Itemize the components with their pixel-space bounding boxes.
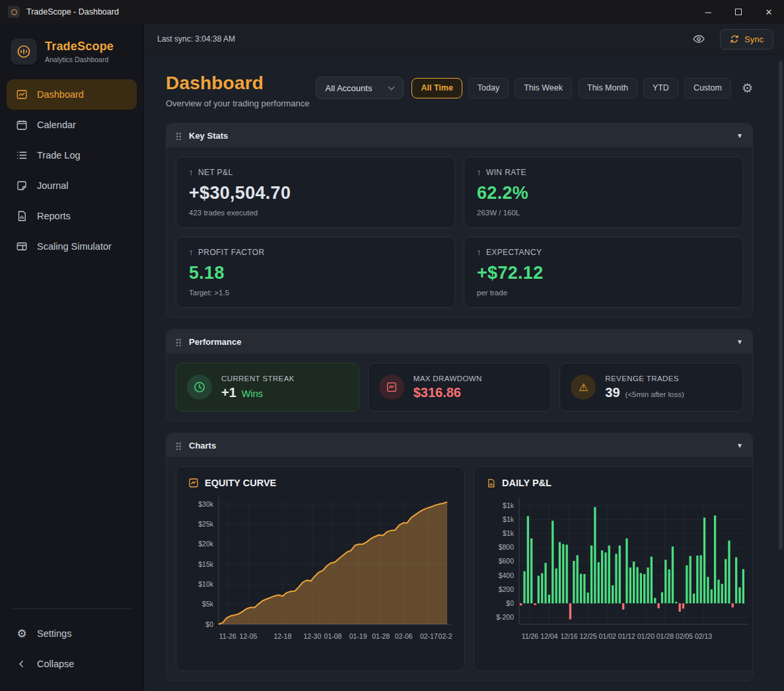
stat-label: WIN RATE xyxy=(486,168,526,177)
stat-card-profit-factor: ↑PROFIT FACTOR 5.18 Target: >1.5 xyxy=(176,236,455,308)
panel-icon xyxy=(16,240,28,252)
maximize-button[interactable] xyxy=(723,0,754,24)
sidebar-nav: Dashboard Calendar Trade Log Journal Rep… xyxy=(0,79,143,262)
account-filter-select[interactable]: All Accounts xyxy=(316,77,404,99)
clock-icon xyxy=(187,375,212,400)
perf-value: 39 xyxy=(605,385,620,400)
equity-curve-chart: $0$5k$10k$15k$20k$25k$30k11-2612-0512-18… xyxy=(188,492,452,656)
svg-text:$400: $400 xyxy=(499,571,515,579)
perf-label: REVENGE TRADES xyxy=(605,375,684,382)
last-sync-label: Last sync: 3:04:38 AM xyxy=(157,34,235,44)
account-filter-value: All Accounts xyxy=(326,83,373,93)
sidebar-item-journal[interactable]: Journal xyxy=(7,170,137,201)
sidebar-item-settings[interactable]: ⚙ Settings xyxy=(7,618,137,649)
section-title: Key Stats xyxy=(189,131,228,141)
stat-sub: 423 trades executed xyxy=(189,209,442,217)
app-logo-icon xyxy=(11,38,37,65)
perf-card-current-streak: CURRENT STREAK +1 Wins xyxy=(176,363,359,412)
line-chart-icon xyxy=(188,478,199,488)
perf-value: $316.86 xyxy=(413,385,461,400)
perf-label: CURRENT STREAK xyxy=(221,375,295,382)
window-title: TradeScope - Dashboard xyxy=(26,7,119,17)
app-titlebar-icon xyxy=(8,6,20,18)
svg-text:12/16: 12/16 xyxy=(560,632,577,640)
arrow-up-icon: ↑ xyxy=(189,167,194,177)
sidebar-collapse-button[interactable]: Collapse xyxy=(7,649,137,679)
sync-button[interactable]: Sync xyxy=(720,29,773,50)
close-button[interactable]: ✕ xyxy=(754,0,784,24)
sidebar-item-label: Journal xyxy=(37,180,69,191)
svg-text:01/28: 01/28 xyxy=(657,632,674,640)
section-header-key-stats[interactable]: Key Stats ▼ xyxy=(166,124,752,147)
svg-text:02-17: 02-17 xyxy=(420,632,438,640)
chevron-left-icon xyxy=(16,658,28,670)
daily-pnl-chart: $-200$0$200$400$600$800$1k$1k$1k11/2612/… xyxy=(486,492,750,656)
chevron-down-icon[interactable]: ▼ xyxy=(736,132,743,139)
sidebar-item-dashboard[interactable]: Dashboard xyxy=(7,79,137,110)
sidebar-item-trade-log[interactable]: Trade Log xyxy=(7,140,137,170)
svg-text:$200: $200 xyxy=(499,585,515,593)
chevron-down-icon xyxy=(388,83,395,90)
scrollbar[interactable] xyxy=(779,61,783,550)
stat-value: +$30,504.70 xyxy=(189,183,442,203)
time-filter-all-time[interactable]: All Time xyxy=(411,78,462,98)
svg-text:01/12: 01/12 xyxy=(618,632,635,640)
svg-text:01-28: 01-28 xyxy=(372,632,390,640)
stat-sub: per trade xyxy=(477,289,730,297)
gear-icon: ⚙ xyxy=(16,628,28,639)
chart-title: EQUITY CURVE xyxy=(205,478,276,488)
section-header-charts[interactable]: Charts ▼ xyxy=(166,433,752,457)
section-charts: Charts ▼ EQUITY CURVE $0$5k$10k$15k$20k$… xyxy=(166,433,753,681)
page-title: Dashboard xyxy=(166,73,309,94)
time-filter-this-month[interactable]: This Month xyxy=(578,78,637,98)
sidebar-item-scaling-simulator[interactable]: Scaling Simulator xyxy=(7,231,137,262)
svg-text:02-06: 02-06 xyxy=(395,632,413,640)
svg-text:$25k: $25k xyxy=(198,520,214,528)
journal-icon xyxy=(16,180,28,192)
section-header-performance[interactable]: Performance ▼ xyxy=(166,330,752,353)
section-title: Performance xyxy=(189,337,241,347)
perf-suffix: (<5min after loss) xyxy=(625,390,684,398)
minimize-button[interactable]: ─ xyxy=(693,0,723,24)
dashboard-settings-gear-icon[interactable]: ⚙ xyxy=(742,81,753,96)
brand-name: TradeScope xyxy=(45,40,114,54)
dashboard-content: Dashboard Overview of your trading perfo… xyxy=(144,55,784,691)
time-filter-this-week[interactable]: This Week xyxy=(515,78,572,98)
sidebar-item-calendar[interactable]: Calendar xyxy=(7,110,137,140)
time-filter-today[interactable]: Today xyxy=(468,78,509,98)
drag-handle-icon[interactable] xyxy=(176,338,182,346)
stat-card-net-pnl: ↑NET P&L +$30,504.70 423 trades executed xyxy=(176,157,455,228)
svg-text:$1k: $1k xyxy=(503,501,515,509)
sidebar-item-label: Scaling Simulator xyxy=(37,241,112,252)
drawdown-chart-icon xyxy=(379,375,404,400)
calendar-icon xyxy=(16,119,28,131)
svg-text:$800: $800 xyxy=(499,543,515,551)
drag-handle-icon[interactable] xyxy=(176,131,182,140)
svg-text:$5k: $5k xyxy=(202,600,214,608)
svg-text:$0: $0 xyxy=(205,620,213,628)
dashboard-icon xyxy=(16,89,28,100)
warning-icon: ⚠ xyxy=(571,375,596,400)
main-area: Last sync: 3:04:38 AM Sync Dashboard Ove… xyxy=(144,24,784,691)
svg-text:12/25: 12/25 xyxy=(580,632,597,640)
daily-pnl-card: DAILY P&L $-200$0$200$400$600$800$1k$1k$… xyxy=(474,466,753,671)
chevron-down-icon[interactable]: ▼ xyxy=(736,338,743,346)
perf-suffix: Wins xyxy=(242,388,263,399)
perf-value: +1 xyxy=(221,385,236,400)
topbar: Last sync: 3:04:38 AM Sync xyxy=(144,24,784,55)
time-filter-custom[interactable]: Custom xyxy=(684,78,731,98)
arrow-up-icon: ↑ xyxy=(189,247,194,257)
sidebar-item-reports[interactable]: Reports xyxy=(7,201,137,231)
divider xyxy=(12,608,131,609)
svg-text:02-24: 02-24 xyxy=(439,632,452,640)
svg-text:$1k: $1k xyxy=(503,529,515,537)
stat-label: EXPECTANCY xyxy=(486,248,542,257)
eye-icon[interactable] xyxy=(692,32,705,46)
sync-button-label: Sync xyxy=(744,34,764,44)
time-filter-ytd[interactable]: YTD xyxy=(643,78,678,98)
time-filter-group: All TimeTodayThis WeekThis MonthYTDCusto… xyxy=(411,78,731,98)
svg-text:12-18: 12-18 xyxy=(273,632,291,640)
svg-text:11/26: 11/26 xyxy=(522,632,539,640)
chevron-down-icon[interactable]: ▼ xyxy=(736,442,743,449)
drag-handle-icon[interactable] xyxy=(176,441,182,450)
